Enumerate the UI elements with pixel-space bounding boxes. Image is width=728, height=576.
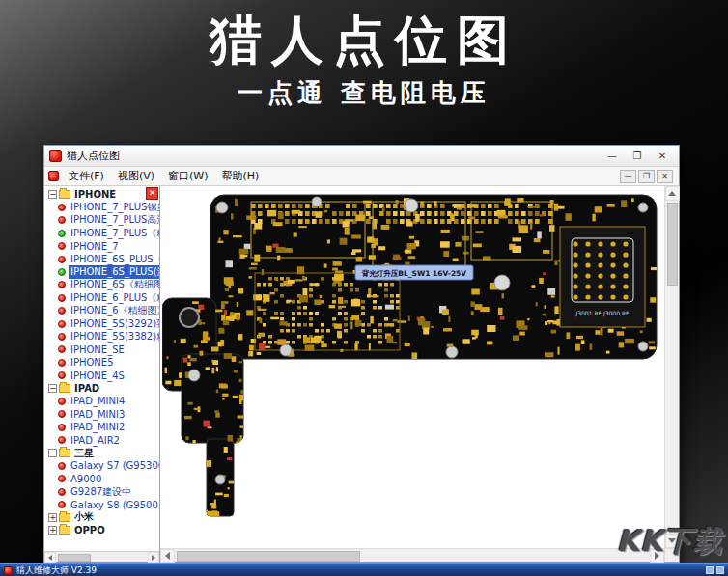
- tree-item-IPHONE5[interactable]: IPHONE5: [45, 356, 159, 369]
- tree-item-IPHONE_7_PLUS镙丝[interactable]: IPHONE_7_PLUS镙丝: [45, 201, 159, 213]
- tree-horizontal-scrollbar[interactable]: [44, 551, 159, 562]
- collapse-icon[interactable]: −: [48, 384, 57, 393]
- red-status-icon: [58, 462, 66, 470]
- system-tray: [706, 566, 724, 574]
- tree-item-label: IPHONE_5S(3382)精: [69, 330, 159, 343]
- app-icon: [49, 150, 62, 162]
- app-window: 猎人点位图 — ❐ ✕ 文件(F)视图(V)窗口(W)帮助(H) — ❐ ✕ ✕…: [43, 145, 680, 563]
- maximize-button[interactable]: ❐: [626, 148, 649, 164]
- tree-item-IPAD_MINI4[interactable]: IPAD_MINI4: [45, 395, 159, 407]
- board-viewer: J3001 RF J3000 RF: [160, 186, 679, 562]
- tree-item-label: IPHONE_6S_PLUS(深: [69, 265, 159, 278]
- tree-item-A9000[interactable]: A9000: [45, 473, 159, 485]
- tree-item-三星[interactable]: −三星: [45, 447, 159, 459]
- red-status-icon: [58, 307, 66, 315]
- tree-item-label: IPHONE_7_PLUS镙丝: [69, 201, 159, 213]
- collapse-icon[interactable]: −: [48, 190, 57, 199]
- tree-item-OPPO[interactable]: +OPPO: [45, 524, 159, 536]
- menu-bar: 文件(F)视图(V)窗口(W)帮助(H) — ❐ ✕: [44, 167, 679, 186]
- hero-banner: 猎人点位图 一点通 查电阻电压: [0, 10, 728, 110]
- scroll-right-icon[interactable]: [148, 552, 159, 563]
- tree-item-label: IPAD_AIR2: [69, 435, 122, 446]
- tree-item-IPHONE_6S《精细图[interactable]: IPHONE_6S《精细图: [45, 279, 159, 291]
- folder-icon: [59, 190, 70, 199]
- hero-title: 猎人点位图: [0, 10, 728, 72]
- folder-icon: [59, 384, 70, 393]
- tree-panel-close-button[interactable]: ✕: [146, 187, 158, 200]
- tree-item-Galaxy S7 (G95300[interactable]: Galaxy S7 (G95300: [45, 459, 159, 472]
- close-button[interactable]: ✕: [651, 148, 674, 164]
- hero-subtitle: 一点通 查电阻电压: [0, 76, 728, 110]
- tree-item-IPHONE_SE[interactable]: IPHONE_SE: [45, 343, 159, 356]
- tray-icon[interactable]: [706, 566, 714, 574]
- tree-item-label: IPAD_MINI2: [69, 422, 126, 432]
- device-tree-panel: ✕ −IPHONEIPHONE_7_PLUS镙丝IPHONE_7_PLUS高清I…: [44, 186, 160, 562]
- tree-item-IPHONE[interactable]: −IPHONE: [45, 188, 159, 201]
- tree-item-label: Galaxy S7 (G95300: [69, 460, 159, 471]
- scroll-up-icon[interactable]: [665, 186, 680, 201]
- horizontal-scrollbar[interactable]: [160, 548, 664, 562]
- scroll-left-icon[interactable]: [44, 552, 56, 563]
- tree-item-G9287建设中[interactable]: G9287建设中: [45, 485, 159, 498]
- tree-scroll-thumb[interactable]: [58, 554, 91, 562]
- tree-item-小米[interactable]: +小米: [45, 511, 159, 524]
- tree-item-IPHONE_7[interactable]: IPHONE_7: [45, 240, 159, 253]
- menu-item-3[interactable]: 帮助(H): [215, 167, 266, 185]
- vertical-scrollbar[interactable]: [664, 186, 679, 548]
- tree-item-IPHONE_6S_PLUS(深[interactable]: IPHONE_6S_PLUS(深: [45, 265, 159, 278]
- tree-item-label: IPHONE_7: [69, 241, 121, 252]
- tree-item-IPHONE_5S(3382)精[interactable]: IPHONE_5S(3382)精: [45, 330, 159, 343]
- tree-item-label: 小米: [72, 511, 96, 524]
- tree-item-IPHONE_6S_PLUS《精[interactable]: IPHONE_6S_PLUS《精: [45, 253, 159, 265]
- scroll-left-icon[interactable]: [160, 549, 175, 563]
- tree-item-label: G9287建设中: [69, 485, 133, 498]
- red-status-icon: [58, 436, 66, 444]
- tray-icon[interactable]: [716, 566, 724, 574]
- tree-item-Galaxy S8 (G9500[interactable]: Galaxy S8 (G9500: [45, 498, 159, 510]
- red-status-icon: [58, 294, 66, 302]
- tree-item-label: IPAD_MINI4: [69, 396, 126, 406]
- vertical-scroll-thumb[interactable]: [667, 203, 678, 286]
- pcb-sim-area: J3001 RF J3000 RF: [560, 227, 645, 327]
- red-status-icon: [58, 398, 66, 405]
- taskbar[interactable]: 猎人维修大师 V2.39: [0, 563, 728, 576]
- mdi-minimize-button[interactable]: —: [620, 170, 636, 183]
- tree-item-IPHONE_7_PLUS高清[interactable]: IPHONE_7_PLUS高清: [45, 214, 159, 227]
- red-status-icon: [58, 475, 66, 482]
- mdi-restore-button[interactable]: ❐: [638, 170, 655, 183]
- horizontal-scroll-thumb[interactable]: [177, 551, 360, 562]
- tree-item-IPHONE_7_PLUS《精[interactable]: IPHONE_7_PLUS《精: [45, 227, 159, 239]
- red-status-icon: [58, 242, 66, 250]
- green-status-icon: [58, 230, 66, 237]
- tree-item-IPAD_MINI2[interactable]: IPAD_MINI2: [45, 421, 159, 433]
- board-annotation-label: 背光灯升压BL_SW1 16V-25V: [361, 269, 466, 278]
- menu-item-0[interactable]: 文件(F): [62, 167, 111, 185]
- red-status-icon: [58, 371, 66, 379]
- tree-item-IPAD[interactable]: −IPAD: [45, 382, 159, 395]
- tree-item-label: OPPO: [72, 525, 107, 535]
- red-status-icon: [58, 320, 66, 328]
- collapse-icon[interactable]: −: [48, 449, 57, 457]
- red-status-icon: [58, 216, 66, 224]
- tree-item-label: IPHONE_6S《精细图: [69, 279, 159, 291]
- menu-item-1[interactable]: 视图(V): [111, 167, 161, 185]
- minimize-button[interactable]: —: [601, 148, 624, 164]
- tree-item-IPAD_AIR2[interactable]: IPAD_AIR2: [45, 433, 159, 446]
- green-status-icon: [58, 268, 66, 276]
- tree-item-IPAD_MINI3[interactable]: IPAD_MINI3: [45, 408, 159, 421]
- menu-items: 文件(F)视图(V)窗口(W)帮助(H): [62, 167, 266, 185]
- tree-item-label: IPHONE_6《精细图》: [69, 305, 159, 317]
- expand-icon[interactable]: +: [48, 513, 57, 522]
- tree-item-IPHONE_6_PLUS《精[interactable]: IPHONE_6_PLUS《精: [45, 291, 159, 304]
- tree-item-IPHONE_4S[interactable]: IPHONE_4S: [45, 369, 159, 381]
- tree-item-IPHONE_6《精细图》[interactable]: IPHONE_6《精细图》: [45, 305, 159, 317]
- tree-item-IPHONE_5S(3292)到[interactable]: IPHONE_5S(3292)到: [45, 317, 159, 330]
- menu-item-2[interactable]: 窗口(W): [161, 167, 214, 185]
- mdi-close-button[interactable]: ✕: [657, 170, 673, 183]
- sim-connector-labels: J3001 RF J3000 RF: [574, 310, 630, 317]
- tree-item-label: IPHONE_6S_PLUS《精: [69, 253, 159, 265]
- tree-item-label: IPHONE5: [69, 357, 116, 368]
- tree-item-label: IPHONE_7_PLUS高清: [69, 214, 159, 227]
- expand-icon[interactable]: +: [48, 526, 57, 535]
- board-annotation[interactable]: 背光灯升压BL_SW1 16V-25V: [355, 265, 473, 280]
